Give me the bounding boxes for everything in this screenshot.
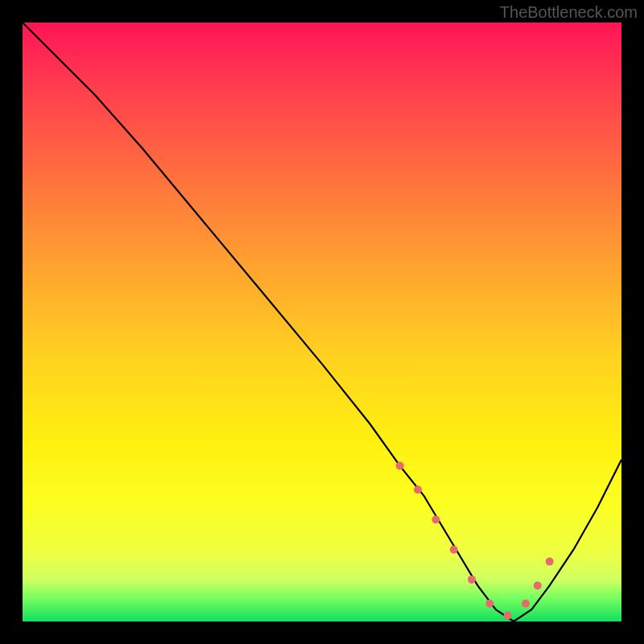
marker-dot: [546, 558, 554, 566]
plot-area: [23, 23, 621, 621]
marker-dot: [534, 581, 542, 589]
bottleneck-curve: [23, 23, 621, 621]
marker-dot: [522, 600, 530, 608]
marker-dot: [468, 576, 476, 584]
marker-dot: [504, 612, 512, 620]
chart-container: TheBottleneck.com: [0, 0, 644, 644]
dotted-markers: [396, 462, 554, 620]
marker-dot: [414, 485, 422, 493]
watermark-text: TheBottleneck.com: [500, 3, 638, 22]
curve-svg: [23, 23, 621, 621]
marker-dot: [396, 462, 404, 470]
marker-dot: [450, 546, 458, 554]
marker-dot: [485, 600, 493, 608]
marker-dot: [431, 516, 440, 524]
